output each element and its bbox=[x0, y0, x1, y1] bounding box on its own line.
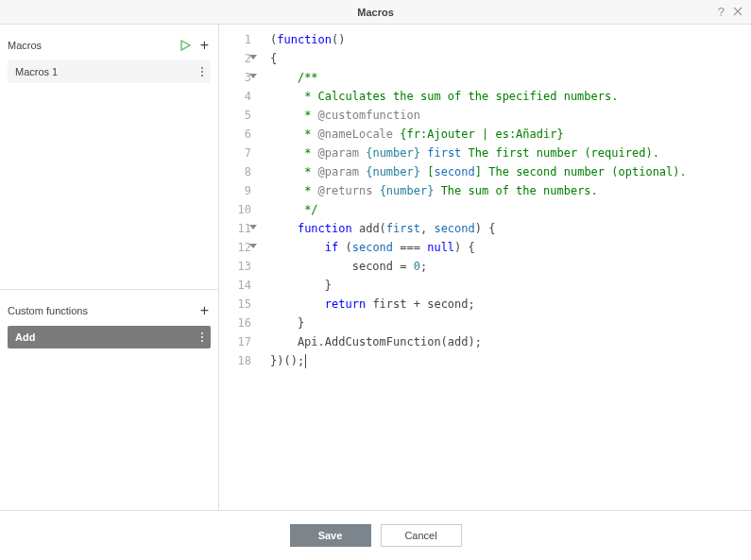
main-area: Macros + Macros 1 Custom functions bbox=[0, 25, 751, 511]
code-line[interactable]: })(); bbox=[270, 351, 751, 370]
custom-functions-list: Add bbox=[0, 326, 218, 348]
code-line[interactable]: * @customfunction bbox=[270, 106, 751, 125]
line-number: 17 bbox=[219, 332, 251, 351]
code-line[interactable]: * @param {number} [second] The second nu… bbox=[270, 162, 751, 181]
titlebar-actions: ? bbox=[718, 0, 743, 24]
code-line[interactable]: { bbox=[270, 49, 751, 68]
macros-title: Macros bbox=[8, 40, 42, 51]
sidebar: Macros + Macros 1 Custom functions bbox=[0, 25, 219, 510]
code-line[interactable]: * Calculates the sum of the specified nu… bbox=[270, 87, 751, 106]
line-number: 12 bbox=[219, 238, 251, 257]
custom-function-item-label: Add bbox=[15, 331, 35, 343]
fold-icon[interactable] bbox=[249, 55, 257, 59]
line-number: 5 bbox=[219, 106, 251, 125]
code-line[interactable]: } bbox=[270, 276, 751, 295]
code-line[interactable]: * @nameLocale {fr:Ajouter | es:Añadir} bbox=[270, 125, 751, 144]
code-line[interactable]: (function() bbox=[270, 30, 751, 49]
macros-section: Macros + Macros 1 bbox=[0, 25, 218, 289]
run-macro-icon[interactable] bbox=[179, 40, 191, 51]
fold-icon[interactable] bbox=[249, 225, 257, 229]
save-button[interactable]: Save bbox=[290, 524, 371, 547]
line-gutter: 123456789101112131415161718 bbox=[219, 30, 259, 510]
window-title: Macros bbox=[357, 7, 394, 18]
code-line[interactable]: */ bbox=[270, 200, 751, 219]
line-number: 13 bbox=[219, 257, 251, 276]
code-line[interactable]: * @returns {number} The sum of the numbe… bbox=[270, 181, 751, 200]
macros-header: Macros + bbox=[0, 25, 218, 60]
line-number: 3 bbox=[219, 68, 251, 87]
macro-item[interactable]: Macros 1 bbox=[8, 60, 211, 83]
code-line[interactable]: function add(first, second) { bbox=[270, 219, 751, 238]
code-line[interactable]: Api.AddCustomFunction(add); bbox=[270, 332, 751, 351]
line-number: 9 bbox=[219, 181, 251, 200]
line-number: 8 bbox=[219, 162, 251, 181]
custom-function-item-menu-icon[interactable] bbox=[201, 332, 203, 342]
macro-item-menu-icon[interactable] bbox=[201, 67, 203, 76]
fold-icon[interactable] bbox=[249, 74, 257, 78]
macros-list: Macros 1 bbox=[0, 60, 218, 83]
line-number: 11 bbox=[219, 219, 251, 238]
custom-functions-section: Custom functions + Add bbox=[0, 289, 218, 510]
line-number: 16 bbox=[219, 314, 251, 332]
help-icon[interactable]: ? bbox=[718, 5, 725, 19]
add-macro-icon[interactable]: + bbox=[200, 38, 209, 53]
line-number: 2 bbox=[219, 49, 251, 68]
add-function-icon[interactable]: + bbox=[200, 303, 209, 318]
cancel-button[interactable]: Cancel bbox=[381, 524, 462, 547]
code-line[interactable]: } bbox=[270, 314, 751, 332]
bottom-bar: Save Cancel bbox=[0, 511, 751, 560]
custom-function-item[interactable]: Add bbox=[8, 326, 211, 348]
custom-functions-title: Custom functions bbox=[8, 305, 88, 316]
titlebar: Macros ? bbox=[0, 0, 751, 25]
code-content[interactable]: (function(){ /** * Calculates the sum of… bbox=[259, 30, 751, 510]
close-icon[interactable] bbox=[732, 6, 743, 19]
code-line[interactable]: return first + second; bbox=[270, 295, 751, 314]
code-editor[interactable]: 123456789101112131415161718 (function(){… bbox=[219, 25, 751, 510]
macro-item-label: Macros 1 bbox=[15, 66, 58, 77]
code-line[interactable]: if (second === null) { bbox=[270, 238, 751, 257]
custom-functions-actions: + bbox=[200, 303, 209, 318]
line-number: 18 bbox=[219, 351, 251, 370]
line-number: 4 bbox=[219, 87, 251, 106]
code-line[interactable]: * @param {number} first The first number… bbox=[270, 144, 751, 162]
line-number: 14 bbox=[219, 276, 251, 295]
fold-icon[interactable] bbox=[249, 244, 257, 248]
line-number: 1 bbox=[219, 30, 251, 49]
line-number: 10 bbox=[219, 200, 251, 219]
line-number: 7 bbox=[219, 144, 251, 162]
code-line[interactable]: second = 0; bbox=[270, 257, 751, 276]
line-number: 15 bbox=[219, 295, 251, 314]
custom-functions-header: Custom functions + bbox=[0, 290, 218, 326]
macros-actions: + bbox=[179, 38, 209, 53]
code-line[interactable]: /** bbox=[270, 68, 751, 87]
line-number: 6 bbox=[219, 125, 251, 144]
